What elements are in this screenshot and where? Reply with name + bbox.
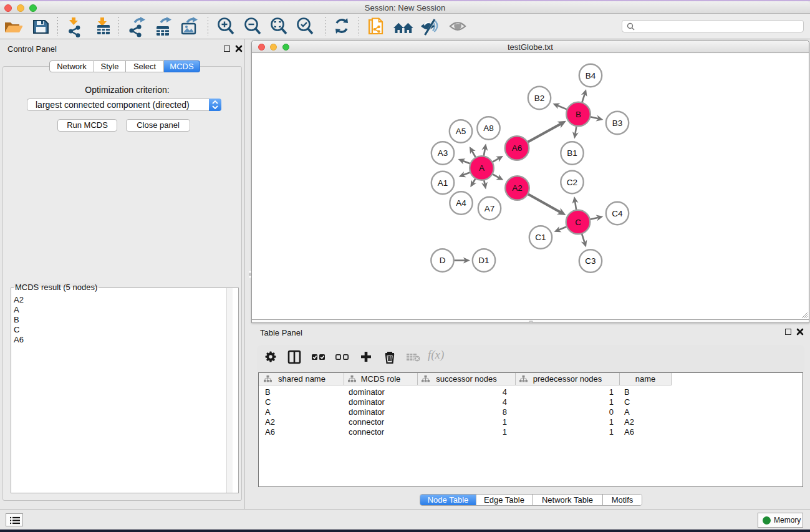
svg-text:A7: A7 xyxy=(485,204,495,213)
svg-text:C3: C3 xyxy=(585,256,595,266)
svg-text:B4: B4 xyxy=(586,71,596,80)
svg-text:A: A xyxy=(479,163,485,173)
svg-text:B2: B2 xyxy=(534,94,545,103)
svg-text:B3: B3 xyxy=(612,118,623,128)
svg-text:A6: A6 xyxy=(512,143,523,153)
svg-text:A1: A1 xyxy=(438,178,448,188)
svg-text:C4: C4 xyxy=(612,209,623,218)
svg-text:B: B xyxy=(576,110,581,119)
svg-text:A5: A5 xyxy=(456,127,466,136)
svg-text:D1: D1 xyxy=(478,256,489,265)
svg-text:A2: A2 xyxy=(512,183,523,193)
svg-text:B1: B1 xyxy=(567,148,577,158)
svg-text:A4: A4 xyxy=(456,198,466,208)
svg-text:A3: A3 xyxy=(438,148,448,158)
svg-text:C: C xyxy=(575,218,581,227)
svg-text:C2: C2 xyxy=(567,178,577,187)
svg-text:A8: A8 xyxy=(483,123,494,133)
svg-text:D: D xyxy=(440,256,446,265)
svg-text:C1: C1 xyxy=(535,233,546,242)
